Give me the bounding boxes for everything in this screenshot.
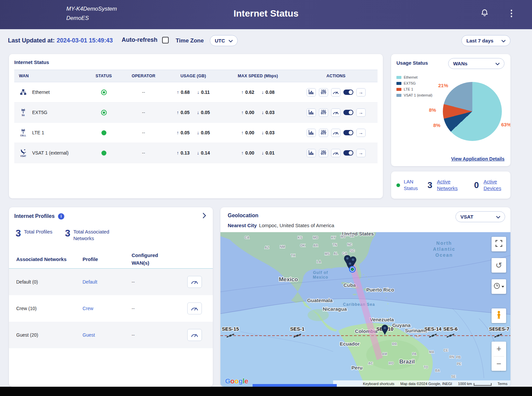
profile-speed-test-button[interactable] <box>187 302 202 314</box>
profiles-table: Associated Networks Profile Configured W… <box>9 250 213 348</box>
scrollbar-thumb[interactable] <box>253 384 337 387</box>
wan-settings-button[interactable] <box>319 88 328 97</box>
geolocation-source-select[interactable]: VSAT <box>455 211 505 222</box>
map-scale[interactable]: 1000 km <box>455 382 495 386</box>
speed-test-button[interactable] <box>331 149 340 157</box>
internet-profiles-card: Internet Profiles i 3 Total Profiles 3 T… <box>9 207 213 387</box>
download-icon: ↓ <box>262 150 264 156</box>
usage-chart-button[interactable] <box>307 108 316 117</box>
active-networks-link[interactable]: Active Networks <box>437 178 461 192</box>
lan-status-dot <box>396 183 400 187</box>
terms-link[interactable]: Terms <box>495 382 510 386</box>
auto-refresh-control: Auto-refresh <box>122 36 169 43</box>
map-scale-bar <box>474 383 492 386</box>
location-marker[interactable] <box>349 266 356 273</box>
wan-enable-toggle[interactable] <box>343 130 353 135</box>
map-label-state: RR <box>392 342 397 346</box>
map-label-guatemala: Guatemala <box>307 297 333 303</box>
legend-swatch-ext5g <box>396 82 401 85</box>
speed-test-button[interactable] <box>331 108 340 117</box>
gauge-icon <box>191 305 199 312</box>
kebab-menu-icon[interactable] <box>511 10 512 17</box>
map-label-state: RN <box>449 355 454 359</box>
usage-chart-button[interactable] <box>307 88 316 97</box>
usage-chart-button[interactable] <box>307 149 316 157</box>
upload-icon: ↑ <box>177 130 179 135</box>
profiles-expand-button[interactable] <box>203 213 206 220</box>
geolocation-source-value: VSAT <box>460 214 473 220</box>
map-label-gulf: Gulf of <box>313 270 328 275</box>
arrow-right-icon: → <box>359 90 363 95</box>
auto-refresh-checkbox[interactable] <box>162 37 169 43</box>
info-icon[interactable]: i <box>58 213 64 220</box>
col-associated-networks: Associated Networks <box>16 256 83 262</box>
wan-operator: -- <box>122 110 165 115</box>
wan-details-button[interactable]: → <box>356 108 366 117</box>
speed-down: 0.03 <box>266 130 274 135</box>
profile-link[interactable]: Guest <box>83 332 132 338</box>
wan-name: VSAT 1 (external) <box>32 150 69 156</box>
map-label-state: VA <box>349 234 354 238</box>
pegman-control[interactable] <box>492 308 506 323</box>
legend-label: EXT5G <box>404 81 416 85</box>
col-wan: WAN <box>14 74 86 78</box>
fullscreen-button[interactable] <box>492 237 506 251</box>
zoom-in-button[interactable]: + <box>492 342 506 356</box>
configured-wans: -- <box>132 279 185 285</box>
map-label-state: TN <box>332 243 337 247</box>
map-label-united-states: United States <box>342 232 374 236</box>
wan-settings-button[interactable] <box>319 129 328 137</box>
col-configured-wans: Configured WAN(s) <box>132 252 168 267</box>
wan-details-button[interactable]: → <box>356 149 366 157</box>
arrow-right-icon: → <box>359 150 363 156</box>
profile-link[interactable]: Crew <box>83 306 132 311</box>
wan-settings-button[interactable] <box>319 108 328 117</box>
active-devices-link[interactable]: Active Devices <box>484 178 505 192</box>
profile-speed-test-button[interactable] <box>187 276 202 288</box>
wan-details-button[interactable]: → <box>356 88 366 97</box>
wan-enable-toggle[interactable] <box>343 110 353 115</box>
map-label-caribbean: Caribbean Sea <box>343 302 375 307</box>
col-profile: Profile <box>83 256 132 262</box>
configured-wans: -- <box>132 306 185 311</box>
map-label-state: WV <box>340 235 346 238</box>
google-logo[interactable]: Google <box>225 377 248 385</box>
speed-test-button[interactable] <box>331 88 340 97</box>
reset-rotation-button[interactable]: ↺ <box>492 258 506 273</box>
usage-chart-button[interactable] <box>307 129 316 137</box>
map-label-state: AZ <box>265 246 269 249</box>
usage-scope-select[interactable]: WANs <box>448 58 504 69</box>
col-usage: USAGE (GB) <box>165 74 221 78</box>
date-range-select[interactable]: Last 7 days <box>461 35 510 46</box>
chevron-right-icon <box>203 213 206 220</box>
legend-label: VSAT 1 (external) <box>404 93 432 97</box>
google-map[interactable]: United States CA AZ NM TX OK AR MO KS KY… <box>220 232 510 387</box>
profile-row-crew: Crew (10) Crew -- <box>9 295 213 322</box>
profile-link[interactable]: Default <box>83 279 132 285</box>
wan-enable-toggle[interactable] <box>343 90 353 95</box>
map-label-atlantic: North <box>436 240 452 246</box>
map-label-state: AC <box>368 362 373 365</box>
total-profiles-label: Total Profiles <box>24 229 52 235</box>
timeline-button[interactable] <box>492 279 506 294</box>
satellite-label: SES-6 <box>443 326 457 332</box>
zoom-out-button[interactable]: − <box>492 357 506 371</box>
wan-details-button[interactable]: → <box>356 129 366 137</box>
keyboard-shortcuts-button[interactable]: Keyboard shortcuts <box>360 382 397 386</box>
col-actions: ACTIONS <box>294 74 378 78</box>
view-application-details-link[interactable]: View Application Details <box>451 156 504 162</box>
notifications-button[interactable] <box>480 9 489 20</box>
map-label-state: AL <box>333 252 338 255</box>
profile-speed-test-button[interactable] <box>187 329 202 341</box>
speed-down: 0.01 <box>266 150 274 156</box>
time-zone-select[interactable]: UTC <box>210 35 238 46</box>
map-label-state: MS <box>325 252 330 256</box>
wan-enable-toggle[interactable] <box>343 150 353 156</box>
speed-test-button[interactable] <box>331 129 340 137</box>
associated-network: Default (0) <box>16 279 83 285</box>
map-scale-value: 1000 km <box>458 382 472 386</box>
legend-label: Ethernet <box>404 75 418 79</box>
wan-settings-button[interactable] <box>319 149 328 157</box>
sliders-icon <box>321 89 326 96</box>
time-zone-value: UTC <box>215 38 225 43</box>
